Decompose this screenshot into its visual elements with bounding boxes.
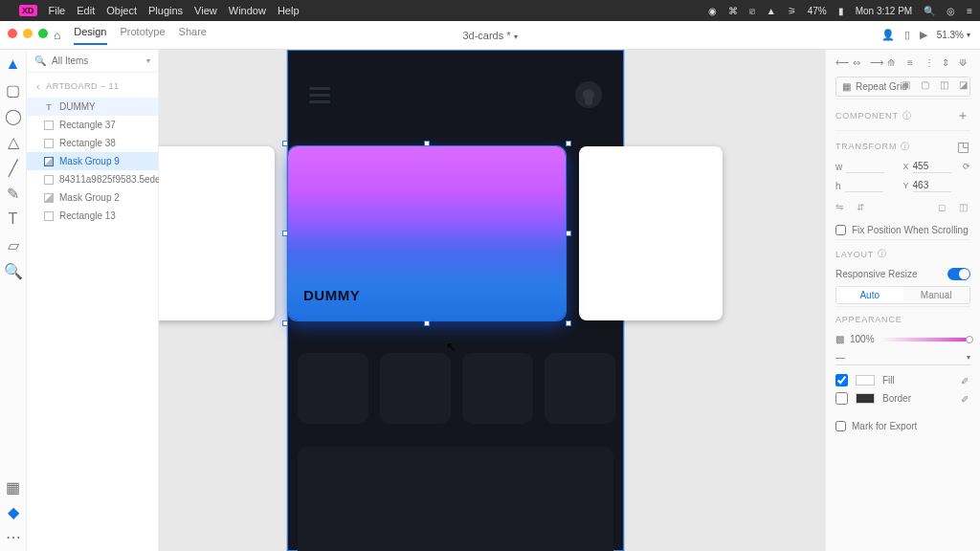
plugins-panel-icon[interactable]: ⋯ [7,530,20,543]
preview-mobile-icon[interactable]: ▯ [904,29,910,41]
info-icon[interactable]: ⓘ [902,110,912,122]
status-accessibility-icon[interactable]: ⌘ [728,6,738,16]
preview-desktop-icon[interactable]: ▶ [920,29,927,41]
window-minimize-icon[interactable] [23,29,33,38]
layers-filter-dropdown-icon[interactable]: ▾ [146,56,150,65]
menu-plugins[interactable]: Plugins [148,5,183,16]
height-input[interactable] [845,179,883,192]
add-component-icon[interactable]: ＋ [956,107,970,124]
info-icon[interactable]: ⓘ [901,141,910,153]
status-clock[interactable]: Mon 3:12 PM [856,6,912,16]
boolean-intersect-icon[interactable]: ◫ [940,79,951,91]
boolean-subtract-icon[interactable]: ▢ [921,79,932,91]
tool-line-icon[interactable]: ╱ [7,161,20,174]
tool-pen-icon[interactable]: ✎ [7,187,20,200]
fill-swatch[interactable] [856,375,875,386]
menu-view[interactable]: View [194,5,217,16]
menu-object[interactable]: Object [106,5,137,16]
boolean-add-icon[interactable]: ▣ [902,79,913,91]
doc-dropdown-icon[interactable]: ▾ [514,33,518,41]
border-enabled-checkbox[interactable] [835,392,848,405]
eyedropper-icon[interactable]: ✐ [961,376,970,386]
canvas[interactable]: DUMMY ↖ [159,50,825,551]
zoom-dropdown-icon[interactable]: ▾ [967,31,970,39]
distribute-v-icon[interactable]: ⋮ [924,57,936,69]
menu-window[interactable]: Window [229,5,266,16]
status-siri-icon[interactable]: ◎ [947,6,955,16]
blend-mode-select[interactable]: — ▾ [835,350,970,365]
border-swatch[interactable] [856,393,875,404]
layers-crumb[interactable]: ARTBOARD – 11 [46,81,119,91]
x-input[interactable] [913,160,951,173]
corner-separate-icon[interactable]: ◫ [959,202,970,213]
artboard[interactable]: DUMMY [287,50,624,551]
menu-help[interactable]: Help [278,5,300,16]
layer-item[interactable]: Rectangle 38 [27,134,158,152]
tool-polygon-icon[interactable]: △ [7,135,20,148]
mark-export-checkbox[interactable]: Mark for Export [835,417,970,435]
status-spotlight-icon[interactable]: 🔍 [924,6,935,16]
align-hcenter-icon[interactable]: ⇔ [853,57,864,69]
tool-zoom-icon[interactable]: 🔍 [7,264,20,277]
flip-vertical-icon[interactable]: ⇵ [857,202,868,213]
status-screen-icon[interactable]: ⎚ [749,6,755,16]
menu-edit[interactable]: Edit [77,5,95,16]
width-input[interactable] [846,160,884,173]
resize-mode-segmented[interactable]: Auto Manual [835,286,970,304]
seg-manual[interactable]: Manual [903,287,970,303]
opacity-slider[interactable] [880,338,970,342]
layer-item[interactable]: Rectangle 37 [27,116,158,134]
align-left-icon[interactable]: ⟵ [835,57,847,69]
home-icon[interactable]: ⌂ [54,29,60,42]
layer-item[interactable]: Rectangle 13 [27,207,158,225]
tool-text-icon[interactable]: T [7,212,20,226]
responsive-toggle[interactable] [947,268,970,280]
status-notifications-icon[interactable]: ≡ [967,6,972,16]
status-airplay-icon[interactable]: ▲ [767,6,776,16]
fix-scroll-checkbox[interactable]: Fix Position When Scrolling [835,221,970,239]
corner-same-icon[interactable]: ◻ [938,202,949,213]
tool-artboard-icon[interactable]: ▱ [7,238,20,252]
transform-3d-icon[interactable]: ◳ [957,139,970,154]
tool-ellipse-icon[interactable]: ◯ [7,109,20,122]
tab-design[interactable]: Design [74,26,106,45]
layer-label: Rectangle 38 [59,138,116,148]
align-bottom-icon[interactable]: ⟱ [959,57,970,69]
opacity-value[interactable]: 100% [850,334,875,344]
eyedropper-icon[interactable]: ✐ [961,394,970,404]
app-badge[interactable]: XD [19,5,37,16]
assets-panel-icon[interactable]: ▦ [7,480,20,494]
document-title[interactable]: 3d-cards * [462,30,510,41]
zoom-value[interactable]: 51.3% [937,30,964,40]
status-wifi-icon[interactable]: ⚞ [788,6,796,16]
tab-prototype[interactable]: Prototype [121,26,166,45]
window-close-icon[interactable] [8,29,17,38]
layers-back-icon[interactable]: ‹ [36,80,40,92]
layer-item[interactable]: Mask Group 9 [27,152,158,170]
seg-auto[interactable]: Auto [836,287,903,303]
tool-rectangle-icon[interactable]: ▢ [7,83,20,97]
menu-file[interactable]: File [49,5,66,16]
align-top-icon[interactable]: ⟰ [887,57,899,69]
layers-panel-icon[interactable]: ◆ [7,505,20,518]
boolean-exclude-icon[interactable]: ◪ [959,79,970,91]
layer-item[interactable]: Mask Group 2 [27,188,158,207]
cloud-user-icon[interactable]: 👤 [881,29,895,41]
flip-horizontal-icon[interactable]: ⇋ [835,202,847,213]
layer-item[interactable]: 84311a9825f9583.5edea0… [27,170,158,188]
tab-share[interactable]: Share [179,26,207,45]
align-right-icon[interactable]: ⟶ [870,57,881,69]
selected-card[interactable]: DUMMY [288,146,566,320]
status-record-icon[interactable]: ◉ [708,6,717,16]
fill-enabled-checkbox[interactable] [835,374,848,386]
layer-item[interactable]: TDUMMY [27,98,158,116]
search-icon[interactable]: 🔍 [34,55,46,66]
tool-select-icon[interactable]: ▲ [7,57,20,71]
distribute-h-icon[interactable]: ≡ [907,57,919,69]
window-zoom-icon[interactable] [38,29,48,38]
info-icon[interactable]: ⓘ [878,248,887,260]
align-vcenter-icon[interactable]: ⇕ [942,57,953,69]
status-battery-icon[interactable]: ▮ [838,6,844,16]
layers-search-input[interactable] [52,55,138,66]
y-input[interactable] [913,179,951,192]
